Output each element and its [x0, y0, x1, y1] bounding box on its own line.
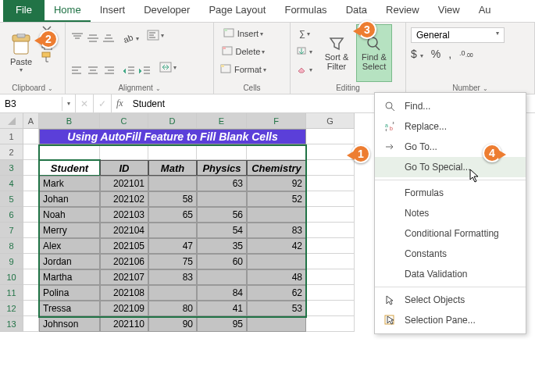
data-cell[interactable] — [247, 207, 306, 223]
cell[interactable] — [23, 301, 39, 316]
align-center-icon[interactable] — [86, 59, 100, 82]
data-cell[interactable]: 83 — [247, 223, 306, 238]
cell[interactable] — [23, 285, 39, 301]
data-cell[interactable]: 47 — [148, 238, 197, 254]
sort-filter-button[interactable]: Sort & Filter — [320, 24, 353, 82]
row-header[interactable]: 4 — [0, 176, 23, 191]
paste-button[interactable]: Paste ▾ — [5, 24, 37, 82]
currency-button[interactable]: $ ▾ — [411, 48, 423, 61]
data-cell[interactable] — [148, 223, 197, 238]
row-header[interactable]: 3 — [0, 160, 23, 176]
tab-file[interactable]: File — [3, 0, 45, 22]
increase-decimal-icon[interactable]: .0.00 — [459, 48, 475, 61]
col-header-D[interactable]: D — [148, 113, 197, 129]
tab-developer[interactable]: Developer — [134, 0, 199, 22]
tab-view[interactable]: View — [429, 0, 469, 22]
header-chemistry[interactable]: Chemistry — [247, 160, 306, 176]
cell[interactable] — [23, 316, 39, 332]
cell[interactable] — [23, 207, 39, 223]
cell[interactable] — [247, 144, 306, 160]
row-header[interactable]: 2 — [0, 144, 23, 160]
tab-data[interactable]: Data — [337, 0, 376, 22]
data-cell[interactable]: 84 — [197, 285, 247, 301]
format-painter-icon[interactable] — [41, 51, 53, 63]
data-cell[interactable]: 202103 — [100, 207, 148, 223]
data-cell[interactable]: 41 — [197, 301, 247, 316]
data-cell[interactable]: Johan — [39, 191, 100, 207]
row-header[interactable]: 11 — [0, 285, 23, 301]
number-format-select[interactable]: General▾ — [411, 27, 505, 43]
tab-page-layout[interactable]: Page Layout — [199, 0, 275, 22]
tab-home[interactable]: Home — [45, 0, 91, 22]
data-cell[interactable] — [148, 176, 197, 191]
col-header-F[interactable]: F — [247, 113, 306, 129]
menu-find[interactable]: Find... — [375, 96, 526, 116]
fx-icon[interactable]: fx — [112, 98, 128, 109]
data-cell[interactable]: Jordan — [39, 254, 100, 269]
align-bottom-icon[interactable] — [102, 27, 116, 50]
data-cell[interactable] — [247, 316, 306, 332]
tab-truncated[interactable]: Au — [469, 0, 501, 22]
clipboard-group-label[interactable]: Clipboard ⌄ — [5, 82, 60, 92]
cell[interactable] — [23, 238, 39, 254]
header-id[interactable]: ID — [100, 160, 148, 176]
format-cells-button[interactable]: Format ▾ — [219, 62, 268, 77]
row-header[interactable]: 9 — [0, 254, 23, 269]
menu-formulas[interactable]: Formulas — [375, 183, 526, 203]
header-student[interactable]: Student — [39, 160, 100, 176]
cell[interactable] — [23, 254, 39, 269]
cell[interactable] — [306, 254, 355, 269]
cell[interactable] — [306, 191, 355, 207]
menu-replace[interactable]: ab Replace... — [375, 116, 526, 137]
cell[interactable] — [39, 144, 100, 160]
data-cell[interactable]: Merry — [39, 223, 100, 238]
data-cell[interactable]: 58 — [148, 191, 197, 207]
data-cell[interactable]: 42 — [247, 238, 306, 254]
cell[interactable] — [197, 144, 247, 160]
cell[interactable] — [306, 176, 355, 191]
align-left-icon[interactable] — [70, 59, 84, 82]
name-box[interactable]: B3 — [0, 97, 62, 111]
align-middle-icon[interactable] — [86, 27, 100, 50]
menu-notes[interactable]: Notes — [375, 203, 526, 223]
row-header[interactable]: 7 — [0, 223, 23, 238]
delete-cells-button[interactable]: Delete ▾ — [219, 44, 268, 59]
data-cell[interactable]: 202105 — [100, 238, 148, 254]
data-cell[interactable]: 52 — [247, 191, 306, 207]
cell[interactable] — [306, 285, 355, 301]
cell[interactable] — [23, 269, 39, 285]
orientation-icon[interactable]: ab▾ — [122, 27, 139, 50]
data-cell[interactable]: Tressa — [39, 301, 100, 316]
col-header-E[interactable]: E — [197, 113, 247, 129]
row-header[interactable]: 12 — [0, 301, 23, 316]
merge-center-button[interactable]: ▾ — [158, 59, 178, 75]
insert-cells-button[interactable]: Insert ▾ — [219, 26, 268, 41]
cell[interactable] — [306, 301, 355, 316]
cell[interactable] — [306, 129, 355, 144]
data-cell[interactable]: 202107 — [100, 269, 148, 285]
tab-review[interactable]: Review — [376, 0, 429, 22]
wrap-text-button[interactable]: ▾ — [145, 27, 166, 43]
col-header-B[interactable]: B — [39, 113, 100, 129]
banner-cell[interactable]: Using AutoFill Feature to Fill Blank Cel… — [39, 129, 306, 144]
row-header[interactable]: 1 — [0, 129, 23, 144]
row-header[interactable]: 8 — [0, 238, 23, 254]
col-header-G[interactable]: G — [306, 113, 355, 129]
data-cell[interactable]: 92 — [247, 176, 306, 191]
data-cell[interactable]: 53 — [247, 301, 306, 316]
data-cell[interactable] — [247, 254, 306, 269]
percent-button[interactable]: % — [431, 48, 440, 61]
data-cell[interactable] — [197, 269, 247, 285]
cell[interactable] — [306, 207, 355, 223]
data-cell[interactable]: Noah — [39, 207, 100, 223]
data-cell[interactable]: Polina — [39, 285, 100, 301]
menu-data-validation[interactable]: Data Validation — [375, 264, 526, 284]
header-physics[interactable]: Physics — [197, 160, 247, 176]
comma-button[interactable]: , — [448, 48, 451, 61]
col-header-A[interactable]: A — [23, 113, 39, 129]
data-cell[interactable]: 63 — [197, 176, 247, 191]
data-cell[interactable]: 48 — [247, 269, 306, 285]
cell[interactable] — [23, 223, 39, 238]
align-top-icon[interactable] — [70, 27, 84, 50]
menu-constants[interactable]: Constants — [375, 244, 526, 264]
